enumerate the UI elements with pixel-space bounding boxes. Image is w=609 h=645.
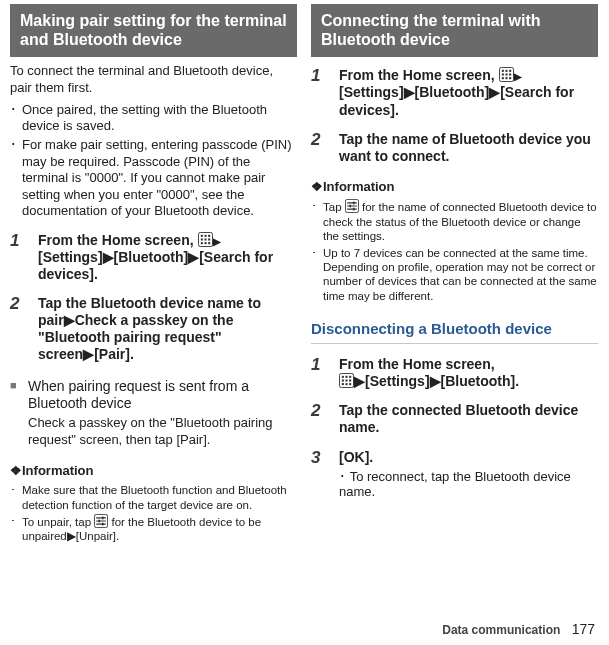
step-number: 2: [311, 402, 339, 436]
step-body: Tap the name of Bluetooth device you wan…: [339, 131, 598, 165]
disc-step-2: 2 Tap the connected Bluetooth device nam…: [311, 402, 598, 436]
step-number: 1: [10, 232, 38, 283]
bullet-dot-icon: ･: [311, 199, 323, 243]
bullet-dot-icon: ･: [10, 137, 22, 220]
left-subsection: ■ When pairing request is sent from a Bl…: [10, 378, 297, 449]
disc-step-1: 1 From the Home screen, ▶[Settings]▶[Blu…: [311, 356, 598, 390]
triangle-icon: ▶: [514, 71, 522, 82]
sliders-icon: [94, 514, 108, 528]
bullet-dot-icon: ･: [10, 514, 22, 544]
step-text-pre: From the Home screen,: [339, 356, 495, 372]
step-text-post: [Settings]▶[Bluetooth]▶[Search for devic…: [339, 84, 574, 117]
bullet-text: For make pair setting, entering passcode…: [22, 137, 297, 220]
info-text: Make sure that the Bluetooth function an…: [22, 483, 297, 512]
step-text-pre: From the Home screen,: [38, 232, 198, 248]
disc-step-3: 3 [OK]. ･ To reconnect, tap the Bluetoot…: [311, 449, 598, 501]
step-number: 1: [311, 67, 339, 118]
step-sub-text: To reconnect, tap the Bluetooth device n…: [339, 469, 571, 500]
info-text: Up to 7 devices can be connected at the …: [323, 246, 598, 304]
left-column: Making pair setting for the terminal and…: [10, 4, 297, 546]
page-number: 177: [572, 621, 595, 637]
step-body: [OK]. ･ To reconnect, tap the Bluetooth …: [339, 449, 598, 501]
step-text: [OK].: [339, 449, 373, 465]
left-intro: To connect the terminal and Bluetooth de…: [10, 63, 297, 96]
triangle-icon: ▶: [213, 236, 221, 247]
apps-grid-icon: [339, 373, 354, 388]
footer-section: Data communication: [442, 623, 560, 637]
step-body: From the Home screen, ▶[Settings]▶[Bluet…: [339, 356, 598, 390]
info-text-pre: To unpair, tap: [22, 516, 94, 528]
info-item: ･ Up to 7 devices can be connected at th…: [311, 246, 598, 304]
subsection-body: Check a passkey on the "Bluetooth pairin…: [28, 415, 297, 448]
bullet-dot-icon: ･: [339, 469, 346, 484]
bullet-dot-icon: ･: [10, 102, 22, 135]
apps-grid-icon: [499, 67, 514, 82]
bullet-dot-icon: ･: [10, 483, 22, 512]
bullet-item: ･ For make pair setting, entering passco…: [10, 137, 297, 220]
right-info-bullets: ･ Tap for the name of connected Bluetoot…: [311, 197, 598, 305]
right-section-header: Connecting the terminal with Bluetooth d…: [311, 4, 598, 57]
step-body: Tap the Bluetooth device name to pair▶Ch…: [38, 295, 297, 363]
info-text-pre: Tap: [323, 201, 345, 213]
square-bullet-icon: ■: [10, 378, 28, 449]
step-body: From the Home screen, ▶ [Settings]▶[Blue…: [38, 232, 297, 283]
left-step-1: 1 From the Home screen, ▶ [Settings]▶[Bl…: [10, 232, 297, 283]
right-column: Connecting the terminal with Bluetooth d…: [311, 4, 598, 546]
left-info-header: ❖Information: [10, 463, 297, 480]
step-number: 2: [311, 131, 339, 165]
bullet-dot-icon: ･: [311, 246, 323, 304]
left-bullets: ･ Once paired, the setting with the Blue…: [10, 100, 297, 222]
right-step-1: 1 From the Home screen, ▶ [Settings]▶[Bl…: [311, 67, 598, 118]
apps-grid-icon: [198, 232, 213, 247]
right-info-header: ❖Information: [311, 179, 598, 196]
left-section-header: Making pair setting for the terminal and…: [10, 4, 297, 57]
step-number: 1: [311, 356, 339, 390]
subsection-title: When pairing request is sent from a Blue…: [28, 378, 297, 414]
info-item: ･ Tap for the name of connected Bluetoot…: [311, 199, 598, 243]
disconnect-header: Disconnecting a Bluetooth device: [311, 319, 598, 344]
left-step-2: 2 Tap the Bluetooth device name to pair▶…: [10, 295, 297, 363]
right-step-2: 2 Tap the name of Bluetooth device you w…: [311, 131, 598, 165]
info-text: To unpair, tap for the Bluetooth device …: [22, 514, 297, 544]
left-info-bullets: ･ Make sure that the Bluetooth function …: [10, 481, 297, 546]
info-text: Tap for the name of connected Bluetooth …: [323, 199, 598, 243]
step-text-post: ▶[Settings]▶[Bluetooth].: [354, 373, 519, 389]
bullet-text: Once paired, the setting with the Blueto…: [22, 102, 297, 135]
step-number: 3: [311, 449, 339, 501]
sliders-icon: [345, 199, 359, 213]
step-number: 2: [10, 295, 38, 363]
step-text-post: [Settings]▶[Bluetooth]▶[Search for devic…: [38, 249, 273, 282]
step-text-pre: From the Home screen,: [339, 67, 499, 83]
step-body: Tap the connected Bluetooth device name.: [339, 402, 598, 436]
info-item: ･ Make sure that the Bluetooth function …: [10, 483, 297, 512]
step-body: From the Home screen, ▶ [Settings]▶[Blue…: [339, 67, 598, 118]
info-text-post: for the name of connected Bluetooth devi…: [323, 201, 597, 242]
page-footer: Data communication 177: [442, 621, 595, 639]
bullet-item: ･ Once paired, the setting with the Blue…: [10, 102, 297, 135]
info-item: ･ To unpair, tap for the Bluetooth devic…: [10, 514, 297, 544]
